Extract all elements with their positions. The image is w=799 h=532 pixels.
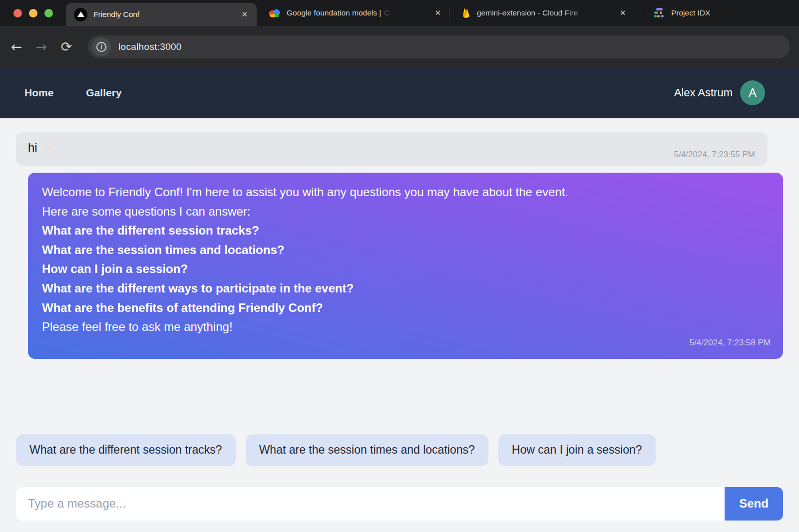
nav-link-gallery[interactable]: Gallery	[86, 87, 121, 99]
google-cloud-icon	[269, 9, 281, 17]
avatar[interactable]: A	[740, 80, 765, 105]
tab-google-foundation-models[interactable]: Google foundation models |C ✕	[257, 0, 449, 26]
url-text[interactable]: localhost:3000	[118, 41, 182, 52]
friendly-conf-favicon	[74, 8, 87, 21]
close-tab-icon[interactable]: ✕	[619, 8, 627, 17]
suggestion-chip-times-locations[interactable]: What are the session times and locations…	[246, 434, 488, 466]
assistant-message-bubble: Welcome to Friendly Conf! I'm here to as…	[28, 173, 783, 359]
assistant-line: Welcome to Friendly Conf! I'm here to as…	[42, 183, 769, 202]
tab-title: Friendly Conf	[93, 10, 234, 19]
site-info-icon[interactable]: i	[92, 37, 111, 56]
chat-area: hi✕ 5/4/2024, 7:23:55 PM Welcome to Frie…	[0, 118, 799, 532]
tab-title: Google foundation models |C	[287, 8, 427, 17]
delete-message-icon[interactable]: ✕	[45, 142, 54, 154]
reload-icon[interactable]: ⟳	[54, 39, 79, 54]
close-tab-icon[interactable]: ✕	[240, 10, 249, 19]
assistant-line: Please feel free to ask me anything!	[42, 317, 769, 337]
user-name: Alex Astrum	[674, 86, 733, 99]
back-icon[interactable]: ←	[4, 39, 29, 54]
assistant-line: What are the session times and locations…	[42, 241, 769, 260]
assistant-line: How can I join a session?	[42, 260, 769, 279]
assistant-line: Here are some questions I can answer:	[42, 202, 769, 222]
tab-gemini-extension[interactable]: gemini-extension - Cloud Fire ✕	[449, 0, 641, 26]
close-tab-icon[interactable]: ✕	[433, 8, 442, 17]
message-input-row: Send	[16, 487, 783, 521]
message-timestamp: 5/4/2024, 7:23:58 PM	[689, 333, 771, 353]
browser-tab-strip: Friendly Conf ✕ Google foundation models…	[0, 0, 799, 26]
suggestion-chip-join-session[interactable]: How can I join a session?	[498, 434, 656, 466]
tab-project-idx[interactable]: Project IDX	[641, 0, 717, 26]
tab-title: gemini-extension - Cloud Fire	[477, 8, 613, 17]
assistant-line: What are the benefits of attending Frien…	[42, 298, 769, 318]
project-idx-icon	[653, 7, 665, 19]
assistant-line: What are the different ways to participa…	[42, 279, 769, 298]
fullscreen-window-button[interactable]	[44, 9, 53, 17]
firebase-icon	[461, 7, 471, 19]
assistant-line: What are the different session tracks?	[42, 221, 769, 241]
address-bar[interactable]: i localhost:3000	[88, 35, 790, 58]
tab-friendly-conf[interactable]: Friendly Conf ✕	[66, 3, 257, 26]
user-message-text: hi	[28, 141, 37, 154]
forward-icon[interactable]: →	[29, 39, 54, 54]
suggestion-chip-session-tracks[interactable]: What are the different session tracks?	[16, 434, 236, 466]
suggestion-chips: What are the different session tracks? W…	[16, 434, 783, 466]
close-window-button[interactable]	[13, 9, 22, 17]
send-button[interactable]: Send	[725, 487, 783, 521]
truncated-title-fade: C	[384, 8, 390, 17]
minimize-window-button[interactable]	[29, 9, 37, 17]
message-input[interactable]	[16, 487, 725, 521]
window-controls	[0, 9, 66, 17]
suggestions-divider	[16, 429, 783, 429]
app-navbar: Home Gallery Alex Astrum A	[0, 67, 799, 118]
browser-toolbar: ← → ⟳ i localhost:3000	[0, 26, 799, 67]
message-timestamp: 5/4/2024, 7:23:55 PM	[674, 150, 755, 160]
nav-link-home[interactable]: Home	[24, 87, 53, 99]
user-message-bubble: hi✕ 5/4/2024, 7:23:55 PM	[16, 132, 768, 166]
tab-title: Project IDX	[671, 8, 710, 17]
